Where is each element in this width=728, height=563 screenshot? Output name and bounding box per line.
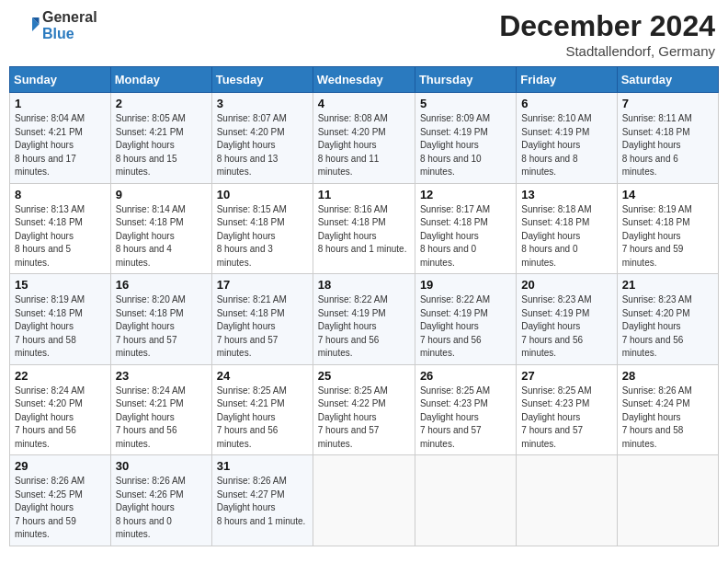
cell-info: Sunrise: 8:24 AM Sunset: 4:21 PM Dayligh… bbox=[116, 385, 207, 452]
day-number: 30 bbox=[116, 459, 207, 473]
cell-info: Sunrise: 8:25 AM Sunset: 4:23 PM Dayligh… bbox=[420, 385, 511, 452]
table-row: 13 Sunrise: 8:18 AM Sunset: 4:18 PM Dayl… bbox=[517, 183, 617, 274]
day-number: 2 bbox=[116, 97, 207, 110]
day-number: 6 bbox=[521, 97, 611, 110]
table-row bbox=[617, 455, 718, 546]
cell-info: Sunrise: 8:26 AM Sunset: 4:25 PM Dayligh… bbox=[15, 475, 106, 542]
table-row: 21 Sunrise: 8:23 AM Sunset: 4:20 PM Dayl… bbox=[617, 274, 718, 365]
col-monday: Monday bbox=[110, 67, 211, 93]
cell-info: Sunrise: 8:07 AM Sunset: 4:20 PM Dayligh… bbox=[217, 112, 308, 179]
cell-info: Sunrise: 8:26 AM Sunset: 4:27 PM Dayligh… bbox=[217, 475, 308, 528]
day-number: 23 bbox=[116, 369, 207, 383]
table-row: 6 Sunrise: 8:10 AM Sunset: 4:19 PM Dayli… bbox=[517, 93, 617, 184]
day-number: 28 bbox=[622, 369, 713, 383]
table-row: 8 Sunrise: 8:13 AM Sunset: 4:18 PM Dayli… bbox=[10, 183, 111, 274]
cell-info: Sunrise: 8:26 AM Sunset: 4:24 PM Dayligh… bbox=[622, 385, 713, 452]
table-row: 11 Sunrise: 8:16 AM Sunset: 4:18 PM Dayl… bbox=[313, 183, 415, 274]
table-row bbox=[517, 455, 617, 546]
cell-info: Sunrise: 8:04 AM Sunset: 4:21 PM Dayligh… bbox=[15, 112, 106, 179]
logo-blue: Blue bbox=[42, 26, 97, 42]
cell-info: Sunrise: 8:17 AM Sunset: 4:18 PM Dayligh… bbox=[420, 203, 511, 270]
col-friday: Friday bbox=[517, 67, 617, 93]
day-number: 14 bbox=[622, 188, 713, 201]
col-saturday: Saturday bbox=[617, 67, 718, 93]
cell-info: Sunrise: 8:10 AM Sunset: 4:19 PM Dayligh… bbox=[521, 112, 611, 179]
logo-text: General Blue bbox=[42, 9, 97, 41]
day-number: 31 bbox=[217, 459, 308, 473]
calendar-table: Sunday Monday Tuesday Wednesday Thursday… bbox=[9, 66, 719, 546]
month-title: December 2024 bbox=[499, 9, 715, 43]
day-number: 11 bbox=[318, 188, 410, 201]
table-row: 17 Sunrise: 8:21 AM Sunset: 4:18 PM Dayl… bbox=[211, 274, 313, 365]
day-number: 7 bbox=[622, 97, 713, 110]
logo-general: General bbox=[42, 9, 97, 26]
cell-info: Sunrise: 8:25 AM Sunset: 4:23 PM Dayligh… bbox=[521, 385, 611, 452]
calendar-week-row: 1 Sunrise: 8:04 AM Sunset: 4:21 PM Dayli… bbox=[10, 93, 719, 184]
table-row: 5 Sunrise: 8:09 AM Sunset: 4:19 PM Dayli… bbox=[415, 93, 516, 184]
table-row: 22 Sunrise: 8:24 AM Sunset: 4:20 PM Dayl… bbox=[10, 364, 111, 455]
cell-info: Sunrise: 8:11 AM Sunset: 4:18 PM Dayligh… bbox=[622, 112, 713, 179]
day-number: 25 bbox=[318, 369, 410, 383]
table-row: 15 Sunrise: 8:19 AM Sunset: 4:18 PM Dayl… bbox=[10, 274, 111, 365]
table-row: 28 Sunrise: 8:26 AM Sunset: 4:24 PM Dayl… bbox=[617, 364, 718, 455]
day-number: 9 bbox=[116, 188, 207, 201]
cell-info: Sunrise: 8:18 AM Sunset: 4:18 PM Dayligh… bbox=[521, 203, 611, 270]
day-number: 10 bbox=[217, 188, 308, 201]
table-row: 31 Sunrise: 8:26 AM Sunset: 4:27 PM Dayl… bbox=[211, 455, 313, 546]
day-number: 1 bbox=[15, 97, 106, 110]
day-number: 3 bbox=[217, 97, 308, 110]
table-row: 29 Sunrise: 8:26 AM Sunset: 4:25 PM Dayl… bbox=[10, 455, 111, 546]
day-number: 29 bbox=[15, 459, 106, 473]
day-number: 8 bbox=[15, 188, 106, 201]
day-number: 22 bbox=[15, 369, 106, 383]
day-number: 24 bbox=[217, 369, 308, 383]
table-row: 10 Sunrise: 8:15 AM Sunset: 4:18 PM Dayl… bbox=[211, 183, 313, 274]
table-row: 7 Sunrise: 8:11 AM Sunset: 4:18 PM Dayli… bbox=[617, 93, 718, 184]
cell-info: Sunrise: 8:24 AM Sunset: 4:20 PM Dayligh… bbox=[15, 385, 106, 452]
table-row: 2 Sunrise: 8:05 AM Sunset: 4:21 PM Dayli… bbox=[110, 93, 211, 184]
table-row: 9 Sunrise: 8:14 AM Sunset: 4:18 PM Dayli… bbox=[110, 183, 211, 274]
location: Stadtallendorf, Germany bbox=[499, 43, 715, 59]
col-sunday: Sunday bbox=[10, 67, 111, 93]
day-number: 19 bbox=[420, 278, 511, 292]
title-block: December 2024 Stadtallendorf, Germany bbox=[499, 9, 715, 59]
calendar-week-row: 15 Sunrise: 8:19 AM Sunset: 4:18 PM Dayl… bbox=[10, 274, 719, 365]
table-row bbox=[313, 455, 415, 546]
table-row: 3 Sunrise: 8:07 AM Sunset: 4:20 PM Dayli… bbox=[211, 93, 313, 184]
day-number: 17 bbox=[217, 278, 308, 292]
table-row: 24 Sunrise: 8:25 AM Sunset: 4:21 PM Dayl… bbox=[211, 364, 313, 455]
logo-icon bbox=[13, 12, 40, 40]
day-number: 12 bbox=[420, 188, 511, 201]
calendar-week-row: 22 Sunrise: 8:24 AM Sunset: 4:20 PM Dayl… bbox=[10, 364, 719, 455]
cell-info: Sunrise: 8:23 AM Sunset: 4:20 PM Dayligh… bbox=[622, 293, 713, 361]
table-row: 4 Sunrise: 8:08 AM Sunset: 4:20 PM Dayli… bbox=[313, 93, 415, 184]
calendar-week-row: 8 Sunrise: 8:13 AM Sunset: 4:18 PM Dayli… bbox=[10, 183, 719, 274]
table-row: 30 Sunrise: 8:26 AM Sunset: 4:26 PM Dayl… bbox=[110, 455, 211, 546]
cell-info: Sunrise: 8:22 AM Sunset: 4:19 PM Dayligh… bbox=[318, 293, 410, 361]
col-wednesday: Wednesday bbox=[313, 67, 415, 93]
cell-info: Sunrise: 8:19 AM Sunset: 4:18 PM Dayligh… bbox=[15, 293, 106, 361]
day-number: 20 bbox=[521, 278, 611, 292]
table-row: 20 Sunrise: 8:23 AM Sunset: 4:19 PM Dayl… bbox=[517, 274, 617, 365]
cell-info: Sunrise: 8:14 AM Sunset: 4:18 PM Dayligh… bbox=[116, 203, 207, 270]
cell-info: Sunrise: 8:08 AM Sunset: 4:20 PM Dayligh… bbox=[318, 112, 410, 179]
table-row: 19 Sunrise: 8:22 AM Sunset: 4:19 PM Dayl… bbox=[415, 274, 516, 365]
day-number: 13 bbox=[521, 188, 611, 201]
cell-info: Sunrise: 8:15 AM Sunset: 4:18 PM Dayligh… bbox=[217, 203, 308, 270]
day-number: 5 bbox=[420, 97, 511, 110]
cell-info: Sunrise: 8:09 AM Sunset: 4:19 PM Dayligh… bbox=[420, 112, 511, 179]
day-number: 15 bbox=[15, 278, 106, 292]
calendar-header-row: Sunday Monday Tuesday Wednesday Thursday… bbox=[10, 67, 719, 93]
logo: General Blue bbox=[13, 9, 97, 41]
cell-info: Sunrise: 8:26 AM Sunset: 4:26 PM Dayligh… bbox=[116, 475, 207, 542]
table-row: 16 Sunrise: 8:20 AM Sunset: 4:18 PM Dayl… bbox=[110, 274, 211, 365]
day-number: 18 bbox=[318, 278, 410, 292]
cell-info: Sunrise: 8:22 AM Sunset: 4:19 PM Dayligh… bbox=[420, 293, 511, 361]
day-number: 26 bbox=[420, 369, 511, 383]
calendar-week-row: 29 Sunrise: 8:26 AM Sunset: 4:25 PM Dayl… bbox=[10, 455, 719, 546]
day-number: 16 bbox=[116, 278, 207, 292]
cell-info: Sunrise: 8:16 AM Sunset: 4:18 PM Dayligh… bbox=[318, 203, 410, 257]
table-row: 25 Sunrise: 8:25 AM Sunset: 4:22 PM Dayl… bbox=[313, 364, 415, 455]
cell-info: Sunrise: 8:20 AM Sunset: 4:18 PM Dayligh… bbox=[116, 293, 207, 361]
table-row: 26 Sunrise: 8:25 AM Sunset: 4:23 PM Dayl… bbox=[415, 364, 516, 455]
